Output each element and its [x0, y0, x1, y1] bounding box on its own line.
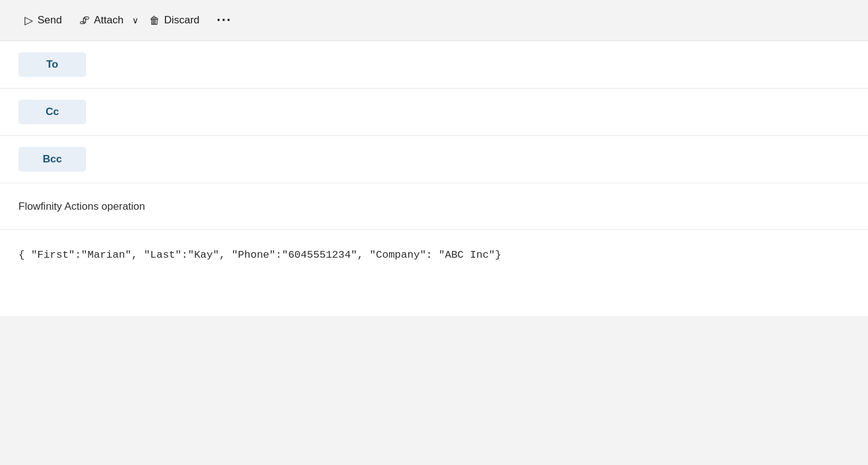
discard-icon	[149, 14, 160, 27]
more-label: ···	[217, 12, 232, 28]
attach-button[interactable]: Attach	[73, 9, 130, 32]
attach-icon	[79, 14, 90, 27]
subject-text[interactable]: Flowfinity Actions operation	[18, 201, 145, 213]
body-text[interactable]: { "First":"Marian", "Last":"Kay", "Phone…	[18, 247, 850, 263]
send-button[interactable]: Send	[18, 9, 68, 32]
discard-label: Discard	[164, 14, 200, 26]
send-label: Send	[37, 14, 62, 26]
subject-row: Flowfinity Actions operation	[0, 183, 868, 230]
to-field-row: To	[0, 41, 868, 89]
cc-input[interactable]	[86, 100, 850, 124]
bcc-input[interactable]	[86, 148, 850, 171]
more-options-button[interactable]: ···	[211, 9, 238, 32]
bcc-label[interactable]: Bcc	[18, 147, 86, 172]
send-icon	[25, 14, 33, 27]
cc-field-row: Cc	[0, 89, 868, 136]
to-label[interactable]: To	[18, 52, 86, 77]
to-input[interactable]	[86, 53, 850, 76]
body-row: { "First":"Marian", "Last":"Kay", "Phone…	[0, 230, 868, 316]
cc-label[interactable]: Cc	[18, 100, 86, 124]
discard-button[interactable]: Discard	[143, 9, 206, 32]
attach-group: Attach ∨	[73, 9, 138, 32]
attach-chevron-icon[interactable]: ∨	[132, 15, 138, 25]
compose-area: To Cc Bcc Flowfinity Actions operation {…	[0, 41, 868, 316]
attach-label: Attach	[94, 14, 124, 26]
toolbar: Send Attach ∨ Discard ···	[0, 0, 868, 41]
bcc-field-row: Bcc	[0, 136, 868, 183]
